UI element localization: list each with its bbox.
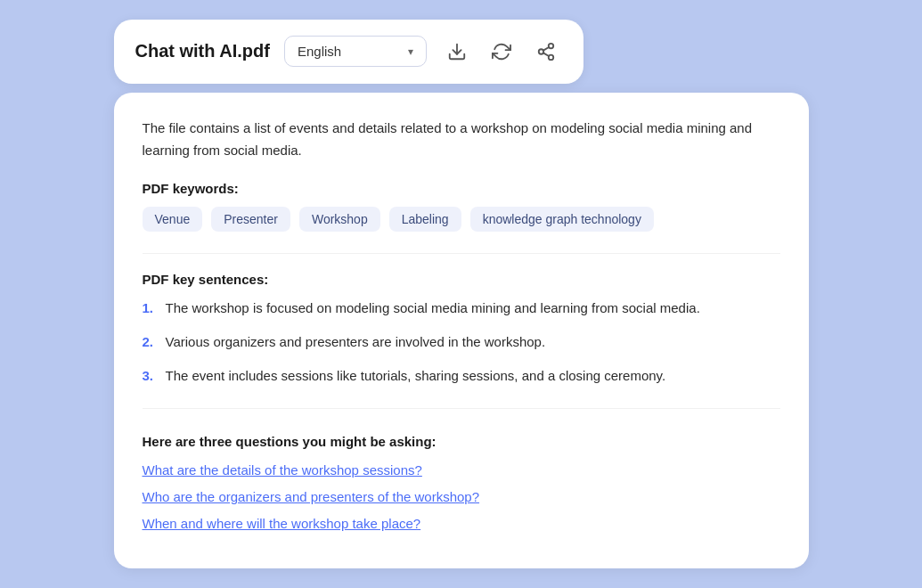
keyword-tag: Labeling xyxy=(389,207,461,232)
download-button[interactable] xyxy=(441,36,473,68)
refresh-icon xyxy=(492,42,511,61)
sentence-item: 2.Various organizers and presenters are … xyxy=(143,331,780,353)
keywords-section: PDF keywords: VenuePresenterWorkshopLabe… xyxy=(143,181,780,232)
sentences-list: 1.The workshop is focused on modeling so… xyxy=(143,298,780,387)
summary-text: The file contains a list of events and d… xyxy=(143,118,780,162)
questions-section: Here are three questions you might be as… xyxy=(143,427,780,535)
sentence-item: 1.The workshop is focused on modeling so… xyxy=(143,298,780,319)
question-link[interactable]: When and where will the workshop take pl… xyxy=(143,513,780,535)
sentence-text: The workshop is focused on modeling soci… xyxy=(166,298,700,319)
questions-list: What are the details of the workshop ses… xyxy=(143,460,780,535)
sentences-section: PDF key sentences: 1.The workshop is foc… xyxy=(143,272,780,387)
keyword-tag: Presenter xyxy=(211,207,290,232)
sentence-text: Various organizers and presenters are in… xyxy=(166,331,546,353)
header-icons xyxy=(441,36,562,68)
question-link[interactable]: What are the details of the workshop ses… xyxy=(143,460,780,481)
sentences-title: PDF key sentences: xyxy=(143,272,780,287)
svg-line-4 xyxy=(543,53,549,56)
sentence-number: 2. xyxy=(143,331,159,353)
sentence-number: 1. xyxy=(143,298,159,319)
questions-title: Here are three questions you might be as… xyxy=(143,434,780,449)
header-bar: Chat with AI.pdf English ▾ xyxy=(114,20,583,84)
main-card: The file contains a list of events and d… xyxy=(114,93,809,569)
keyword-tag: Workshop xyxy=(299,207,380,232)
language-selector[interactable]: English ▾ xyxy=(284,36,427,67)
download-icon xyxy=(447,42,467,61)
divider-2 xyxy=(143,408,780,409)
sentence-number: 3. xyxy=(143,365,159,387)
question-link[interactable]: Who are the organizers and presenters of… xyxy=(143,486,780,508)
keywords-row: VenuePresenterWorkshopLabelingknowledge … xyxy=(143,207,780,232)
chevron-down-icon: ▾ xyxy=(408,45,413,58)
refresh-button[interactable] xyxy=(485,36,518,68)
sentence-item: 3.The event includes sessions like tutor… xyxy=(143,365,780,387)
keyword-tag: Venue xyxy=(143,207,203,232)
share-button[interactable] xyxy=(530,36,562,68)
app-title: Chat with AI.pdf xyxy=(135,41,270,61)
keywords-title: PDF keywords: xyxy=(143,181,780,196)
divider-1 xyxy=(143,253,780,254)
share-icon xyxy=(536,42,556,61)
sentence-text: The event includes sessions like tutoria… xyxy=(166,365,666,387)
keyword-tag: knowledge graph technology xyxy=(470,207,654,232)
svg-line-5 xyxy=(543,47,549,51)
language-label: English xyxy=(298,44,341,59)
